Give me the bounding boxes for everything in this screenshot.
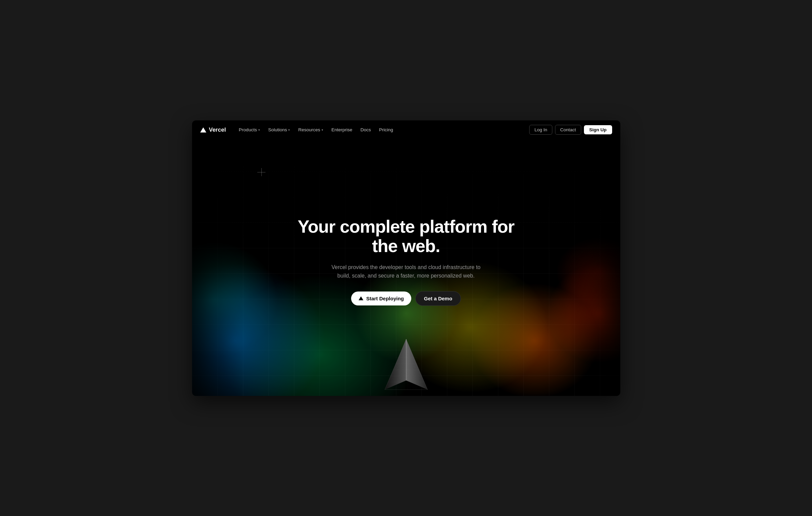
vercel-icon <box>359 296 363 301</box>
nav-resources[interactable]: Resources ▾ <box>295 125 327 134</box>
nav-products[interactable]: Products ▾ <box>236 125 263 134</box>
nav-solutions[interactable]: Solutions ▾ <box>265 125 294 134</box>
login-button[interactable]: Log In <box>529 125 552 135</box>
nav-pricing[interactable]: Pricing <box>376 125 396 134</box>
3d-triangle-icon <box>376 331 437 396</box>
contact-button[interactable]: Contact <box>555 125 581 135</box>
brand-name: Vercel <box>209 127 226 133</box>
navbar: Vercel Products ▾ Solutions ▾ Resources … <box>192 120 620 139</box>
get-demo-button[interactable]: Get a Demo <box>415 291 461 306</box>
hero-subtitle: Vercel provides the developer tools and … <box>328 263 484 280</box>
nav-docs[interactable]: Docs <box>357 125 375 134</box>
chevron-down-icon: ▾ <box>258 128 260 132</box>
signup-button[interactable]: Sign Up <box>584 125 612 134</box>
nav-actions: Log In Contact Sign Up <box>529 125 612 135</box>
hero-title: Your complete platform for the web. <box>287 217 525 256</box>
browser-frame: Vercel Products ▾ Solutions ▾ Resources … <box>192 120 620 396</box>
chevron-down-icon: ▾ <box>288 128 290 132</box>
vercel-logo-icon <box>200 127 206 133</box>
nav-enterprise[interactable]: Enterprise <box>328 125 356 134</box>
logo-link[interactable]: Vercel <box>200 127 226 133</box>
hero-buttons: Start Deploying Get a Demo <box>351 291 461 306</box>
nav-links: Products ▾ Solutions ▾ Resources ▾ Enter… <box>236 125 530 134</box>
chevron-down-icon: ▾ <box>322 128 323 132</box>
crosshair-icon <box>257 168 265 176</box>
triangle-logo <box>372 328 440 396</box>
start-deploying-button[interactable]: Start Deploying <box>351 292 411 305</box>
